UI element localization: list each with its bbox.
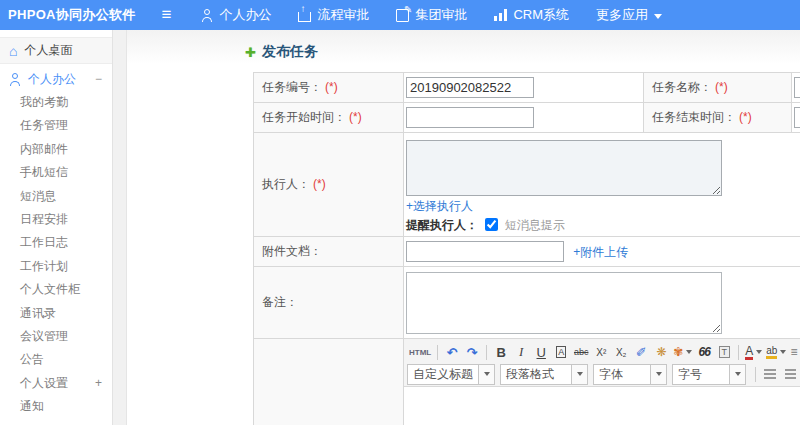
ordered-list-button[interactable]: ≡ — [788, 343, 800, 361]
task-name-input[interactable] — [794, 77, 800, 98]
editor-toolbar-row2: 自定义标题 段落格式 字体 — [407, 363, 800, 385]
sidebar-item-personal-desktop[interactable]: ⌂ 个人桌面 — [0, 37, 112, 64]
italic-button[interactable]: I — [511, 343, 531, 361]
required-marker: (*) — [325, 80, 338, 94]
attachment-input[interactable] — [406, 241, 564, 262]
expand-icon[interactable]: + — [95, 372, 102, 395]
blockquote-button[interactable]: 66 — [694, 343, 714, 361]
html-source-button[interactable]: HTML — [407, 343, 433, 361]
task-no-field-cell — [404, 73, 644, 103]
align-left-icon — [764, 369, 776, 380]
menu-label: CRM系统 — [513, 6, 569, 24]
sidebar-submenu: 我的考勤 任务管理 内部邮件 手机短信 短消息 日程安排 工作日志 工作计划 个… — [0, 91, 112, 418]
format-brush-icon[interactable]: ❋ — [651, 343, 671, 361]
menu-group-approval[interactable]: 集团审批 — [396, 6, 467, 24]
ordered-list-icon: ≡ — [790, 345, 797, 359]
eraser-icon[interactable]: ✐ — [631, 343, 651, 361]
editor-label-cell — [254, 339, 404, 425]
paint-format-button[interactable]: ✾ — [671, 343, 694, 361]
end-time-field-cell — [792, 103, 800, 133]
compose-icon — [396, 9, 409, 22]
caret-down-icon — [729, 365, 745, 384]
bold-button[interactable]: B — [491, 343, 511, 361]
main-content: ✚ 发布任务 任务编号：(*) 任务名称：(*) — [127, 30, 800, 425]
subscript-button[interactable]: X₂ — [611, 343, 631, 361]
end-time-input[interactable] — [794, 107, 800, 128]
align-left-button[interactable] — [760, 365, 780, 383]
start-time-label-cell: 任务开始时间：(*) — [254, 103, 404, 133]
main-menu: 个人办公 流程审批 集团审批 CRM系统 更多应用 — [201, 6, 689, 24]
sidebar-item-label: 个人桌面 — [24, 42, 72, 59]
content-header-strip — [127, 30, 800, 64]
sidebar-item-work-log[interactable]: 工作日志 — [0, 231, 112, 254]
hamburger-menu-icon[interactable]: ≡ — [162, 0, 172, 30]
app-logo[interactable]: PHPOA协同办公软件 — [8, 6, 136, 24]
menu-more-apps[interactable]: 更多应用 — [596, 6, 662, 24]
attachment-upload-link[interactable]: +附件上传 — [573, 245, 628, 259]
sidebar-item-short-message[interactable]: 短消息 — [0, 185, 112, 208]
strikethrough-button[interactable]: abc — [571, 343, 591, 361]
publish-task-form: 任务编号：(*) 任务名称：(*) 任务开始时间：(*) — [253, 72, 800, 425]
font-size-select[interactable]: 字号 — [672, 364, 746, 385]
font-family-select[interactable]: 字体 — [593, 364, 667, 385]
paste-text-button[interactable]: T — [719, 346, 731, 358]
redo-icon[interactable]: ↷ — [462, 343, 482, 361]
task-no-label-cell: 任务编号：(*) — [254, 73, 404, 103]
menu-crm-system[interactable]: CRM系统 — [494, 6, 569, 24]
attachment-label: 附件文档： — [262, 244, 322, 258]
task-no-input[interactable] — [406, 77, 534, 98]
sidebar-splitter[interactable] — [113, 30, 127, 425]
caret-down-icon — [571, 365, 587, 384]
form-row-executor: 执行人：(*) +选择执行人 提醒执行人： 短消息提示 — [254, 133, 800, 237]
menu-label: 集团审批 — [415, 6, 467, 24]
executor-label-cell: 执行人：(*) — [254, 133, 404, 237]
font-border-button[interactable]: A — [556, 346, 566, 358]
undo-icon[interactable]: ↶ — [442, 343, 462, 361]
menu-personal-office[interactable]: 个人办公 — [201, 6, 271, 24]
sidebar-item-work-plan[interactable]: 工作计划 — [0, 255, 112, 278]
font-color-icon: A — [745, 345, 753, 360]
sidebar-group-personal-office[interactable]: 个人办公 − — [0, 67, 112, 91]
sidebar-item-announcement[interactable]: 公告 — [0, 348, 112, 371]
note-label-cell: 备注： — [254, 267, 404, 339]
menu-workflow-approval[interactable]: 流程审批 — [298, 6, 369, 24]
choose-executor-link[interactable]: +选择执行人 — [406, 199, 473, 213]
editor-cell: HTML ↶ ↷ B I U A abc X² — [404, 339, 800, 425]
sidebar-item-notification[interactable]: 通知 — [0, 395, 112, 418]
custom-title-select[interactable]: 自定义标题 — [407, 364, 495, 385]
sidebar-item-meeting-management[interactable]: 会议管理 — [0, 325, 112, 348]
caret-down-icon — [478, 365, 494, 384]
font-color-button[interactable]: A — [743, 343, 764, 361]
required-marker: (*) — [739, 110, 752, 124]
sidebar-item-attendance[interactable]: 我的考勤 — [0, 91, 112, 114]
caret-down-icon — [780, 350, 786, 354]
add-plus-icon: ✚ — [245, 45, 256, 60]
attachment-field-cell: +附件上传 — [404, 237, 800, 267]
sms-remind-checkbox[interactable] — [485, 218, 498, 231]
form-row-times: 任务开始时间：(*) 任务结束时间：(*) — [254, 103, 800, 133]
executor-field-cell: +选择执行人 提醒执行人： 短消息提示 — [404, 133, 800, 237]
sidebar-item-mobile-sms[interactable]: 手机短信 — [0, 161, 112, 184]
paragraph-format-select[interactable]: 段落格式 — [500, 364, 588, 385]
menu-label: 流程审批 — [317, 6, 369, 24]
superscript-button[interactable]: X² — [591, 343, 611, 361]
executor-textarea[interactable] — [406, 140, 722, 196]
editor-content-area[interactable] — [404, 387, 800, 425]
sidebar-item-personal-settings[interactable]: 个人设置 + — [0, 372, 112, 395]
note-field-cell — [404, 267, 800, 339]
form-row-task-no-name: 任务编号：(*) 任务名称：(*) — [254, 73, 800, 103]
sidebar-item-internal-mail[interactable]: 内部邮件 — [0, 138, 112, 161]
caret-down-icon — [650, 365, 666, 384]
sidebar-item-task-management[interactable]: 任务管理 — [0, 114, 112, 137]
menu-label: 个人办公 — [219, 6, 271, 24]
underline-button[interactable]: U — [531, 343, 551, 361]
collapse-icon[interactable]: − — [95, 72, 102, 86]
phpoa-app: PHPOA协同办公软件 ≡ 个人办公 流程审批 集团审批 CRM系统 更多应用 — [0, 0, 800, 425]
highlight-button[interactable]: ab — [764, 343, 788, 361]
sidebar-item-contacts[interactable]: 通讯录 — [0, 302, 112, 325]
note-textarea[interactable] — [406, 272, 722, 334]
sidebar-item-personal-files[interactable]: 个人文件柜 — [0, 278, 112, 301]
start-time-input[interactable] — [406, 107, 534, 128]
sidebar-item-schedule[interactable]: 日程安排 — [0, 208, 112, 231]
align-center-button[interactable] — [780, 365, 800, 383]
